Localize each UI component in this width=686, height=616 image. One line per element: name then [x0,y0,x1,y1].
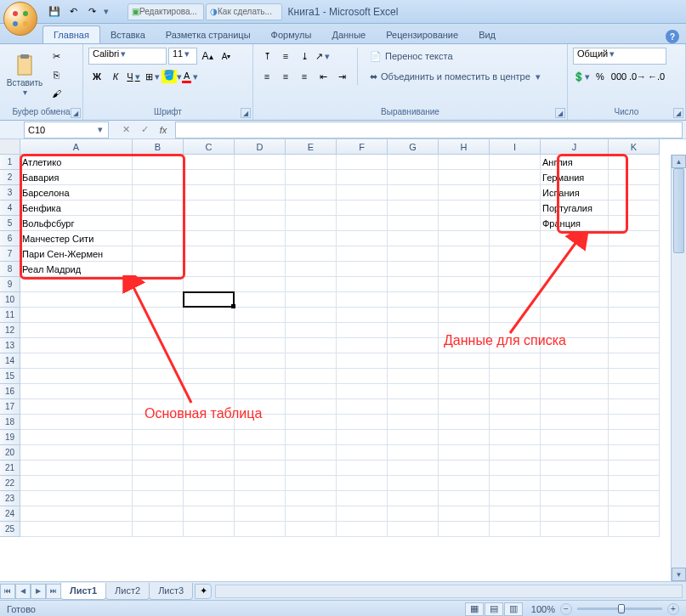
scroll-up-button[interactable]: ▲ [672,155,686,168]
cell[interactable] [490,430,541,445]
cell[interactable] [133,323,184,338]
view-layout-button[interactable]: ▤ [485,602,503,616]
cell[interactable] [235,506,286,522]
cell[interactable] [20,338,133,353]
cell[interactable] [388,461,439,476]
cell[interactable]: Англия [541,155,609,170]
cell[interactable]: Бавария [20,170,133,185]
column-header[interactable]: K [609,139,660,155]
cell[interactable]: Манчестер Сити [20,231,133,246]
cell[interactable] [439,476,490,491]
row-header[interactable]: 10 [0,292,20,308]
cell[interactable] [184,491,235,506]
column-header[interactable]: F [337,139,388,155]
cell[interactable] [184,262,235,277]
cell[interactable] [184,170,235,185]
cell[interactable] [388,308,439,323]
cell[interactable] [439,399,490,415]
cell[interactable] [20,353,133,369]
scroll-down-button[interactable]: ▼ [672,568,686,581]
cell[interactable]: Барселона [20,185,133,201]
row-header[interactable]: 6 [0,231,20,246]
cell[interactable] [337,262,388,277]
align-left-button[interactable]: ≡ [258,68,275,85]
cell[interactable]: Германия [541,170,609,185]
cell[interactable] [388,155,439,170]
cell[interactable] [609,445,660,461]
cell[interactable] [133,522,184,537]
zoom-out-button[interactable]: − [560,603,572,615]
cell[interactable] [609,476,660,491]
cell[interactable] [490,170,541,185]
cell[interactable] [439,292,490,308]
cell[interactable] [286,277,337,292]
cell[interactable] [337,476,388,491]
font-launcher[interactable]: ◢ [241,108,251,118]
cell[interactable] [286,461,337,476]
cell[interactable] [609,308,660,323]
row-header[interactable]: 15 [0,369,20,384]
cell[interactable] [490,445,541,461]
cell[interactable] [439,170,490,185]
cell[interactable] [133,246,184,262]
cell[interactable] [490,155,541,170]
decrease-decimal-button[interactable]: ←.0 [648,68,665,85]
cell[interactable] [337,522,388,537]
cell[interactable] [286,231,337,246]
row-header[interactable]: 13 [0,338,20,353]
font-color-button[interactable]: A▾ [182,68,199,85]
cell[interactable] [490,185,541,201]
vertical-scrollbar[interactable]: ▲ ▼ [671,155,686,581]
cell[interactable] [20,369,133,384]
cell[interactable] [541,308,609,323]
cell[interactable] [609,369,660,384]
column-header[interactable]: G [388,139,439,155]
cell[interactable] [609,353,660,369]
cell[interactable] [235,491,286,506]
cell[interactable] [286,292,337,308]
help-icon[interactable]: ? [666,30,679,43]
column-header[interactable]: J [541,139,609,155]
column-header[interactable]: B [133,139,184,155]
cell[interactable] [439,185,490,201]
cell[interactable] [20,506,133,522]
cell[interactable] [388,292,439,308]
cell[interactable] [184,506,235,522]
row-header[interactable]: 14 [0,353,20,369]
number-format-select[interactable]: Общий▾ [573,48,666,65]
cell[interactable] [235,323,286,338]
cell[interactable] [184,384,235,399]
decrease-indent-button[interactable]: ⇤ [315,68,332,85]
cell[interactable] [286,323,337,338]
cell[interactable] [133,353,184,369]
cell[interactable] [490,506,541,522]
cell[interactable] [609,506,660,522]
cell[interactable] [541,338,609,353]
cell[interactable] [490,292,541,308]
align-right-button[interactable]: ≡ [296,68,313,85]
cell[interactable] [286,308,337,323]
cell[interactable] [439,308,490,323]
cell[interactable] [388,170,439,185]
cell[interactable] [439,338,490,353]
orientation-button[interactable]: ↗▾ [315,48,332,65]
cell[interactable] [609,231,660,246]
cell[interactable] [337,384,388,399]
cell[interactable] [337,461,388,476]
cell[interactable] [439,353,490,369]
number-launcher[interactable]: ◢ [673,108,683,118]
cell[interactable] [133,277,184,292]
cell[interactable] [235,522,286,537]
tab-formulas[interactable]: Формулы [261,26,322,43]
cell[interactable] [235,292,286,308]
cell[interactable] [337,170,388,185]
cell[interactable] [388,476,439,491]
row-header[interactable]: 22 [0,476,20,491]
cell[interactable] [609,170,660,185]
tab-review[interactable]: Рецензирование [376,26,468,43]
cell[interactable] [388,415,439,430]
wrap-text-button[interactable]: 📄Перенос текста [365,48,547,65]
insert-function-button[interactable]: fx [155,122,172,138]
cell[interactable] [235,369,286,384]
cell[interactable] [235,338,286,353]
